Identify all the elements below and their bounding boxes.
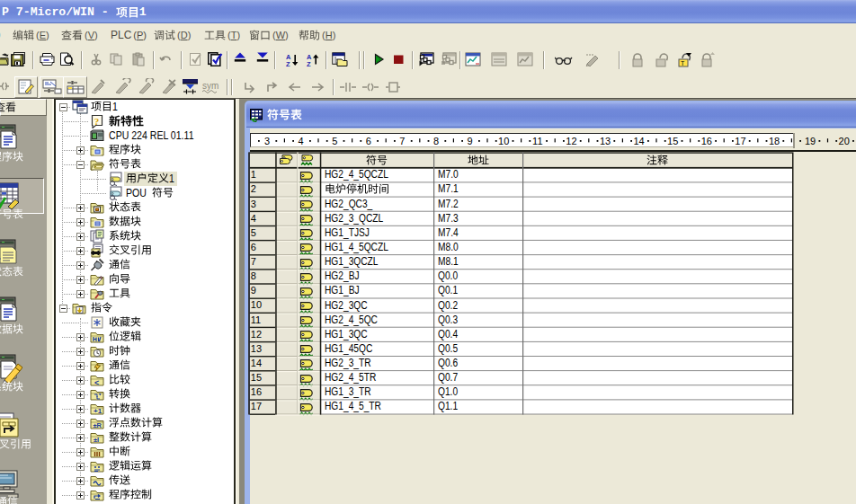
svg-text:16: 16 bbox=[701, 136, 712, 146]
svg-text:6: 6 bbox=[366, 136, 371, 146]
svg-text:9: 9 bbox=[468, 136, 473, 146]
svg-text:<: < bbox=[94, 378, 99, 387]
svg-text:14: 14 bbox=[633, 136, 644, 146]
svg-text:17: 17 bbox=[735, 136, 745, 146]
svg-text:15: 15 bbox=[667, 136, 678, 146]
svg-text:Z: Z bbox=[286, 60, 290, 67]
svg-text:11: 11 bbox=[532, 136, 542, 146]
svg-text:5: 5 bbox=[332, 136, 337, 146]
svg-text:±I: ±I bbox=[94, 436, 99, 444]
svg-text:+1: +1 bbox=[94, 407, 103, 415]
svg-text:8: 8 bbox=[433, 136, 439, 146]
svg-text:T: T bbox=[681, 60, 685, 66]
svg-text:sym: sym bbox=[202, 81, 218, 91]
svg-text:19: 19 bbox=[805, 136, 816, 146]
svg-text:±R: ±R bbox=[94, 421, 103, 429]
svg-text:18: 18 bbox=[769, 136, 780, 146]
svg-text:12: 12 bbox=[566, 136, 576, 146]
svg-text:20: 20 bbox=[839, 136, 850, 146]
svg-text:10: 10 bbox=[498, 136, 509, 146]
svg-text:Z: Z bbox=[307, 60, 311, 67]
svg-text:4: 4 bbox=[299, 136, 304, 146]
svg-text:13: 13 bbox=[600, 136, 611, 146]
svg-text:3: 3 bbox=[264, 136, 270, 146]
svg-text:?: ? bbox=[94, 116, 100, 127]
svg-text:7: 7 bbox=[399, 136, 405, 146]
